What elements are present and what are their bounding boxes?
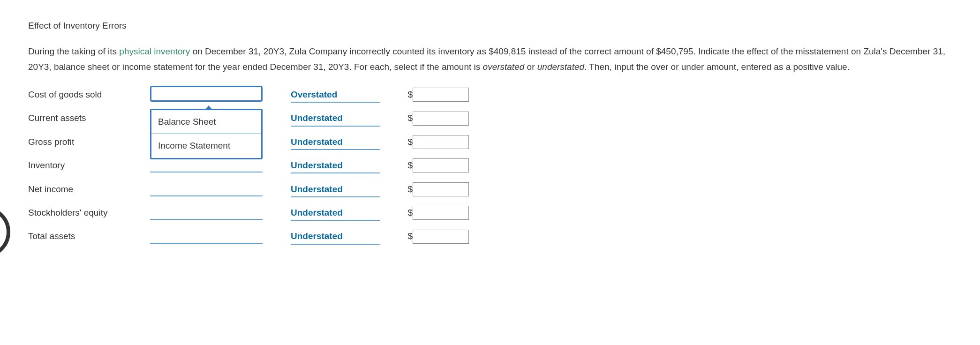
amount-input[interactable] xyxy=(413,112,469,126)
statement-select[interactable] xyxy=(150,206,263,220)
dropdown-option-income-statement[interactable]: Income Statement xyxy=(151,134,261,158)
intro-paragraph: During the taking of its physical invent… xyxy=(28,44,952,75)
row-label: Net income xyxy=(28,182,150,196)
effect-value: Understated xyxy=(291,158,343,172)
effect-display[interactable]: Overstated xyxy=(291,88,394,102)
currency-symbol: $ xyxy=(394,111,413,125)
effect-display[interactable]: Understated xyxy=(291,182,394,196)
answer-grid: Cost of goods sold Overstated $ Current … xyxy=(28,88,952,244)
statement-select[interactable] xyxy=(150,182,263,196)
glossary-link-physical-inventory[interactable]: physical inventory xyxy=(119,46,190,56)
effect-value: Understated xyxy=(291,111,343,125)
amount-input[interactable] xyxy=(413,158,469,172)
statement-select[interactable] xyxy=(150,88,263,102)
intro-italic-understated: understated xyxy=(537,62,584,72)
row-label: Total assets xyxy=(28,229,150,243)
intro-text-3: or xyxy=(524,62,537,72)
effect-value: Understated xyxy=(291,182,343,196)
dropdown-arrow-icon xyxy=(205,105,212,109)
amount-input[interactable] xyxy=(413,135,469,149)
currency-symbol: $ xyxy=(394,158,413,172)
effect-display[interactable]: Understated xyxy=(291,206,394,220)
currency-symbol: $ xyxy=(394,206,413,220)
amount-input[interactable] xyxy=(413,182,469,196)
effect-display[interactable]: Understated xyxy=(291,112,394,126)
page-title: Effect of Inventory Errors xyxy=(28,19,952,33)
effect-display[interactable]: Understated xyxy=(291,135,394,149)
currency-symbol: $ xyxy=(394,229,413,243)
effect-value: Understated xyxy=(291,206,343,220)
effect-display[interactable]: Understated xyxy=(291,158,394,172)
statement-select[interactable] xyxy=(150,158,263,172)
dropdown-option-balance-sheet[interactable]: Balance Sheet xyxy=(151,110,261,134)
row-label: Stockholders' equity xyxy=(28,206,150,220)
intro-text-1: During the taking of its xyxy=(28,46,119,56)
row-label: Gross profit xyxy=(28,135,150,149)
dropdown-panel: Balance Sheet Income Statement xyxy=(150,109,263,159)
amount-input[interactable] xyxy=(413,230,469,244)
effect-display[interactable]: Understated xyxy=(291,230,394,244)
effect-value: Understated xyxy=(291,229,343,243)
row-label: Inventory xyxy=(28,158,150,172)
intro-italic-overstated: overstated xyxy=(483,62,525,72)
statement-dropdown-open: Balance Sheet Income Statement xyxy=(150,109,263,159)
currency-symbol: $ xyxy=(394,182,413,196)
effect-value: Overstated xyxy=(291,88,337,102)
intro-text-4: . Then, input the over or under amount, … xyxy=(584,62,850,72)
amount-input[interactable] xyxy=(413,88,469,102)
currency-symbol: $ xyxy=(394,88,413,102)
effect-value: Understated xyxy=(291,135,343,149)
row-label: Cost of goods sold xyxy=(28,88,150,102)
row-label: Current assets xyxy=(28,111,150,125)
amount-input[interactable] xyxy=(413,206,469,220)
currency-symbol: $ xyxy=(394,135,413,149)
statement-select[interactable] xyxy=(150,230,263,244)
